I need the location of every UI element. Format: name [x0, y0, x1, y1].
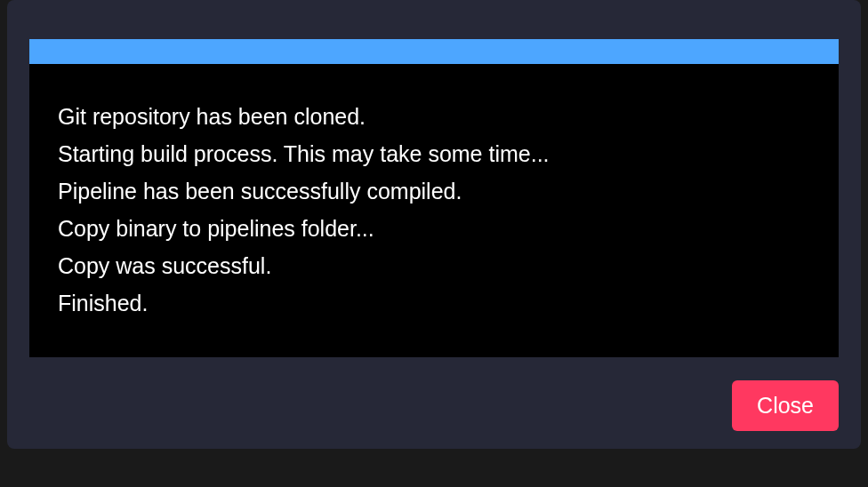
console-line: Starting build process. This may take so…	[58, 135, 810, 172]
console-line: Git repository has been cloned.	[58, 98, 810, 135]
close-button[interactable]: Close	[732, 380, 839, 431]
build-log-modal: Git repository has been cloned. Starting…	[7, 0, 861, 449]
modal-footer: Close	[29, 380, 839, 431]
console-line: Copy was successful.	[58, 247, 810, 284]
console-header-bar	[29, 39, 839, 64]
console-body: Git repository has been cloned. Starting…	[29, 64, 839, 357]
console-panel: Git repository has been cloned. Starting…	[29, 39, 839, 357]
console-line: Finished.	[58, 284, 810, 322]
console-line: Pipeline has been successfully compiled.	[58, 172, 810, 210]
console-line: Copy binary to pipelines folder...	[58, 210, 810, 247]
